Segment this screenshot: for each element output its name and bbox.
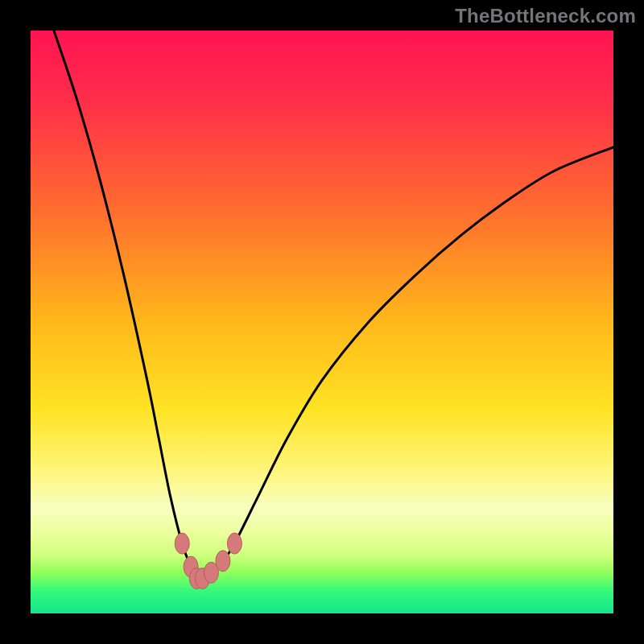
curve-marker xyxy=(227,533,242,554)
curve-marker xyxy=(216,551,230,572)
gradient-background xyxy=(31,31,613,613)
attribution-text: TheBottleneck.com xyxy=(455,5,636,27)
curve-marker xyxy=(175,533,189,554)
chart-frame: TheBottleneck.com xyxy=(0,0,644,644)
plot-area xyxy=(31,31,613,613)
plot-svg xyxy=(31,31,613,613)
